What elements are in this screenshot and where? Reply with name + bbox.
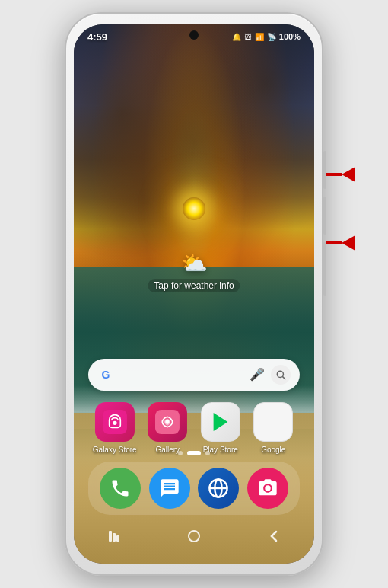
phone-outer: 4:59 🔔 🖼 📶 📡 100% ⛅ Tap for weather info… — [65, 12, 323, 576]
page-dot-3 — [205, 451, 210, 455]
weather-widget[interactable]: ⛅ Tap for weather info — [148, 251, 240, 292]
signal-icon: 📡 — [267, 33, 276, 41]
dock-phone[interactable] — [100, 468, 141, 509]
weather-text: Tap for weather info — [148, 279, 240, 292]
status-time: 4:59 — [87, 31, 107, 43]
google-label: Google — [261, 446, 285, 455]
app-gallery[interactable]: Gallery — [145, 402, 190, 455]
volume-down-button[interactable] — [323, 197, 326, 235]
gallery-label: Gallery — [155, 446, 180, 455]
home-button[interactable] — [180, 522, 208, 550]
galaxy-store-icon — [95, 402, 135, 442]
back-button[interactable] — [260, 522, 288, 550]
sun-rays — [171, 186, 217, 232]
arrow-power — [326, 235, 355, 251]
battery-text: 100% — [279, 32, 301, 41]
app-galaxy-store[interactable]: Galaxy Store — [92, 402, 138, 455]
camera-notch — [189, 30, 199, 40]
recent-apps-button[interactable] — [100, 522, 128, 550]
play-store-icon — [201, 402, 240, 442]
gallery-icon — [148, 402, 187, 442]
page-dots — [178, 451, 210, 455]
svg-point-13 — [189, 531, 199, 542]
lens-icon[interactable] — [271, 365, 291, 385]
wifi-icon: 📶 — [255, 33, 264, 41]
dock-camera[interactable] — [247, 468, 288, 509]
status-icons: 🔔 🖼 📶 📡 100% — [232, 32, 301, 41]
svg-line-1 — [283, 377, 285, 379]
svg-rect-12 — [116, 535, 119, 542]
dock — [88, 462, 300, 515]
svg-marker-6 — [213, 413, 227, 431]
alarm-icon: 🔔 — [232, 33, 241, 41]
app-google[interactable]: Google — [250, 402, 296, 455]
google-icon — [253, 402, 293, 442]
arrow-volume — [326, 167, 355, 182]
dock-internet[interactable] — [198, 468, 239, 509]
weather-icon: ⛅ — [181, 251, 208, 276]
dock-messages[interactable] — [149, 468, 190, 509]
svg-point-3 — [113, 420, 116, 424]
galaxy-store-label: Galaxy Store — [93, 446, 137, 455]
search-bar[interactable]: G 🎤 — [88, 359, 300, 391]
mic-icon[interactable]: 🎤 — [250, 367, 265, 382]
phone-frame: 4:59 🔔 🖼 📶 📡 100% ⛅ Tap for weather info… — [65, 12, 323, 576]
page-dot-2 — [187, 451, 201, 455]
google-g-logo: G — [97, 366, 114, 383]
app-play-store[interactable]: Play Store — [198, 402, 243, 455]
page-dot-1 — [178, 451, 183, 455]
phone-screen: 4:59 🔔 🖼 📶 📡 100% ⛅ Tap for weather info… — [74, 24, 314, 564]
nav-bar — [74, 515, 314, 564]
screenshot-icon: 🖼 — [244, 33, 252, 41]
svg-rect-11 — [113, 533, 116, 542]
svg-point-5 — [166, 420, 170, 423]
app-row-1: Galaxy Store — [88, 402, 300, 455]
svg-rect-10 — [109, 531, 112, 542]
